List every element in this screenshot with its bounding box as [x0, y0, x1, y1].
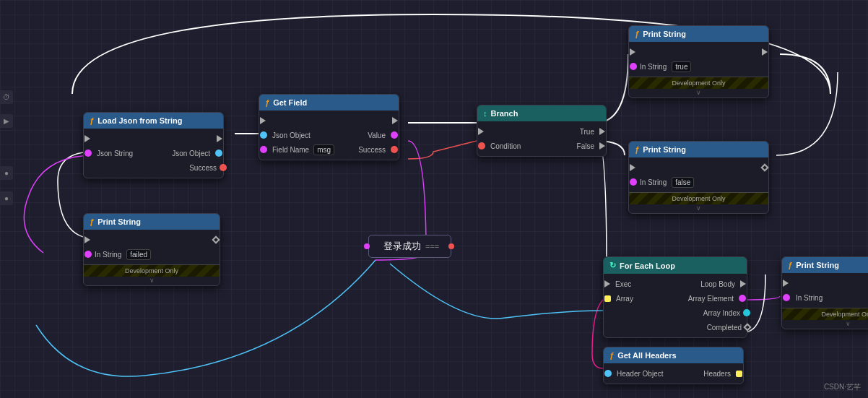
value-pin: [391, 131, 398, 139]
print-string-right-header: ƒ Print String: [782, 257, 868, 273]
json-string-pin: [84, 150, 92, 157]
load-json-success-row: Success: [84, 160, 223, 175]
ps-fail-instring-row: In String failed: [84, 247, 220, 261]
header-object-pin: [604, 370, 612, 377]
branch-node: ↕ Branch True Condition False: [477, 105, 607, 157]
load-json-exec-row: [84, 131, 223, 146]
array-index-pin: [743, 309, 750, 316]
get-field-node: ƒ Get Field Json Object Value Field Name…: [259, 94, 399, 160]
in-string-pin-pf: [630, 178, 637, 186]
exec-in-pr: [783, 280, 789, 287]
chevron-down-pf: ∨: [629, 204, 768, 213]
false-pin: [599, 142, 605, 150]
get-all-headers-title: Get All Headers: [617, 351, 677, 360]
ps-false-instring-row: In String false: [629, 175, 768, 189]
load-json-header: ƒ Load Json from String: [84, 113, 223, 129]
print-string-right-body: In String: [782, 273, 868, 308]
success-pin: [220, 164, 227, 171]
load-json-json-row: Json String Json Object: [84, 146, 223, 160]
for-each-body: Exec Loop Body Array Array Element Array…: [604, 274, 747, 337]
print-string-false-body: In String false: [629, 157, 768, 192]
chevron-down-pr: ∨: [782, 320, 868, 329]
field-name-value: msg: [313, 144, 334, 155]
exec-out-pfail: [212, 235, 220, 243]
branch-icon: ↕: [483, 109, 487, 118]
in-string-pin-pr: [783, 294, 790, 301]
in-string-value-pfail: failed: [126, 249, 151, 260]
array-element-pin: [739, 295, 746, 302]
print-string-false-title: Print String: [643, 145, 686, 154]
dev-only-false: Development Only: [629, 192, 768, 204]
exec-in-br: [478, 128, 484, 135]
in-string-value-pf: false: [672, 177, 694, 188]
print-string-true-node: ƒ Print String In String true Developmen…: [628, 25, 769, 98]
text-node-pin-right: [448, 243, 454, 249]
side-panel-dot: ●: [0, 166, 13, 180]
ps-true-exec-row: [629, 45, 768, 59]
dev-only-right: Development Only: [782, 308, 868, 320]
load-json-node: ƒ Load Json from String Json String Json…: [83, 112, 224, 178]
success-pin-gf: [391, 146, 398, 153]
fe-completed-row: Completed: [604, 320, 747, 334]
exec-in-pt: [630, 48, 635, 56]
print-string-true-body: In String true: [629, 42, 768, 77]
get-field-header: ƒ Get Field: [259, 95, 399, 111]
func-icon: ƒ: [90, 116, 94, 125]
get-field-name-row: Field Name msg Success: [259, 142, 399, 157]
get-field-body: Json Object Value Field Name msg Success: [259, 111, 399, 160]
get-all-headers-body: Header Object Headers: [604, 363, 743, 384]
exec-out-gf: [392, 117, 398, 124]
print-string-true-title: Print String: [643, 30, 686, 38]
func-icon-pr: ƒ: [788, 261, 792, 269]
side-panel-dot2: ●: [0, 191, 13, 205]
ps-fail-exec-row: [84, 233, 220, 247]
branch-exec-row: True: [477, 124, 606, 139]
chevron-down-pfail: ∨: [84, 277, 220, 285]
branch-body: True Condition False: [477, 121, 606, 156]
field-name-pin: [260, 146, 267, 153]
json-object-pin: [215, 150, 222, 157]
load-json-title: Load Json from String: [97, 116, 182, 125]
headers-pin: [736, 371, 742, 377]
text-node-pin-left: [364, 243, 370, 249]
condition-pin: [478, 142, 485, 150]
loop-icon: ↻: [609, 261, 616, 270]
ps-true-instring-row: In String true: [629, 59, 768, 74]
side-panel-play: ▶: [0, 114, 13, 128]
exec-in-gf: [260, 117, 266, 124]
ps-false-exec-row: [629, 160, 768, 175]
side-panel-clock: ⏱: [0, 90, 13, 104]
func-icon-pf: ƒ: [635, 145, 639, 154]
branch-title: Branch: [491, 109, 518, 118]
load-json-body: Json String Json Object Success: [84, 129, 223, 178]
dev-only-true: Development Only: [629, 77, 768, 89]
eq-signs: ===: [425, 242, 439, 251]
text-node: 登录成功 ===: [368, 235, 451, 258]
func-icon-pt: ƒ: [635, 30, 639, 38]
print-string-failed-body: In String failed: [84, 230, 220, 264]
exec-out-pt: [762, 48, 768, 56]
exec-in-pfail: [84, 236, 90, 243]
in-string-pin-pfail: [84, 251, 92, 258]
ps-right-instring-row: In String: [782, 290, 868, 305]
for-each-title: For Each Loop: [620, 261, 675, 270]
fe-arrayindex-row: Array Index: [604, 306, 747, 320]
watermark: CSDN·艺芊: [824, 382, 861, 392]
true-pin: [599, 128, 605, 135]
for-each-header: ↻ For Each Loop: [604, 257, 747, 274]
get-field-json-row: Json Object Value: [259, 128, 399, 142]
ps-right-exec-row: [782, 276, 868, 290]
get-all-headers-header: ƒ Get All Headers: [604, 347, 743, 363]
json-obj-pin: [260, 131, 267, 139]
branch-cond-row: Condition False: [477, 139, 606, 153]
func-icon-gah: ƒ: [609, 351, 614, 360]
fe-array-row: Array Array Element: [604, 291, 747, 306]
get-all-headers-node: ƒ Get All Headers Header Object Headers: [603, 347, 744, 384]
print-string-false-node: ƒ Print String In String false Developme…: [628, 141, 769, 214]
gah-row: Header Object Headers: [604, 366, 743, 381]
in-string-pin-pt: [630, 63, 637, 70]
print-string-failed-node: ƒ Print String In String failed Developm…: [83, 213, 220, 286]
in-string-value-pt: true: [672, 61, 691, 72]
get-field-title: Get Field: [273, 98, 307, 107]
chevron-down-pt: ∨: [629, 89, 768, 98]
